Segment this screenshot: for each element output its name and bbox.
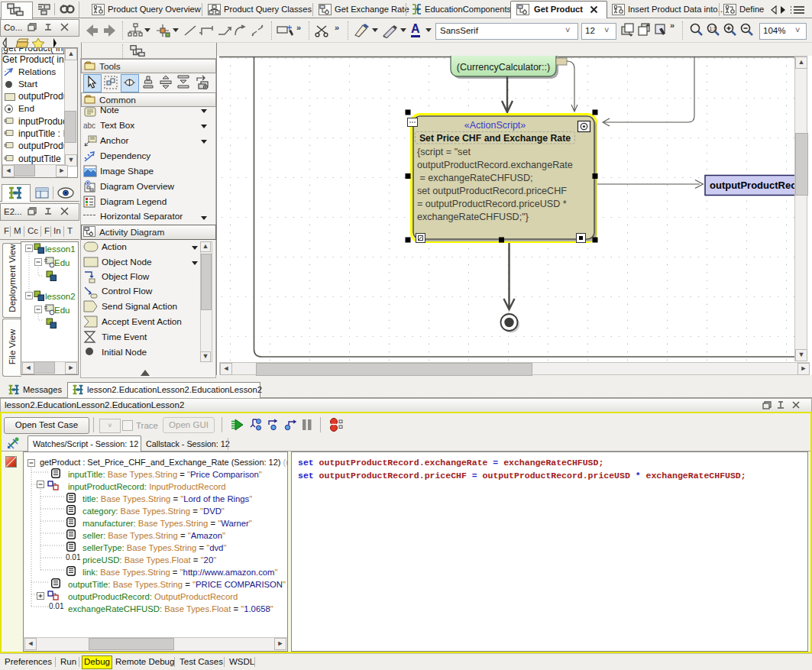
svg-text:Edu: Edu — [54, 306, 70, 315]
svg-text:outputProductRecord.exchangeRa: outputProductRecord.exchangeRate — [417, 160, 573, 170]
svg-text:lesson2: lesson2 — [45, 292, 76, 301]
svg-text:lesson1: lesson1 — [45, 244, 76, 254]
svg-text:«ActionScript»: «ActionScript» — [464, 120, 526, 131]
svg-text:outputProductRecor: outputProductRecor — [710, 180, 794, 191]
svg-text:1:1: 1:1 — [710, 26, 717, 31]
svg-text:Edu: Edu — [54, 258, 70, 267]
svg-text:= outputProductRecord.priceUSD: = outputProductRecord.priceUSD * — [417, 199, 567, 209]
svg-text:(CurrencyCalculator::): (CurrencyCalculator::) — [457, 62, 550, 73]
svg-text:exchangeRateCHFUSD;"}: exchangeRateCHFUSD;"} — [417, 212, 529, 222]
svg-text:= exchangeRateCHFUSD;: = exchangeRateCHFUSD; — [417, 173, 533, 183]
svg-text:set outputProductRecord.priceC: set outputProductRecord.priceCHF — [417, 186, 567, 196]
svg-text:{script = "set: {script = "set — [417, 147, 471, 157]
svg-text:Set Price CHF and Exchange Rat: Set Price CHF and Exchange Rate — [419, 133, 571, 144]
